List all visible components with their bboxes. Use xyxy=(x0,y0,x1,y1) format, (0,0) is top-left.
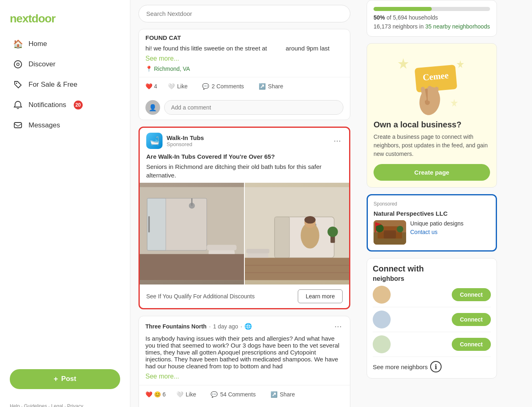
ad-headline: Are Walk-In Tubs Covered If You're Over … xyxy=(146,152,343,161)
found-cat-post: FOUND CAT hi! we found this little sweet… xyxy=(138,29,350,120)
heart-emoji: ❤️ xyxy=(145,83,152,90)
community-see-more[interactable]: See more... xyxy=(145,373,179,380)
svg-rect-7 xyxy=(147,198,166,250)
community-comment-area: 👤 xyxy=(139,405,350,407)
svg-point-45 xyxy=(397,226,403,232)
svg-rect-39 xyxy=(428,86,432,101)
sidebar-item-label-notifications: Notifications xyxy=(29,101,66,109)
sidebar-footer: Help · Guidelines · Legal · Privacy Abou… xyxy=(0,396,130,407)
sponsored-image xyxy=(374,220,406,245)
svg-rect-28 xyxy=(245,258,349,280)
add-comment-input[interactable] xyxy=(164,100,343,115)
svg-rect-13 xyxy=(140,254,244,280)
community-like-button[interactable]: 🤍 Like xyxy=(172,389,200,400)
connect-button-1[interactable]: Connect xyxy=(452,288,491,301)
footer-help-link[interactable]: Help xyxy=(10,403,20,407)
smile-emoji: 😊 xyxy=(154,391,161,398)
ad-info: Walk-In Tubs Sponsored xyxy=(167,134,204,147)
post-button-label: Post xyxy=(61,375,76,383)
ad-more-button[interactable]: ··· xyxy=(332,136,343,146)
sidebar-item-for-sale-free[interactable]: For Sale & Free xyxy=(3,75,127,94)
sponsored-content: Unique patio designs Contact us xyxy=(374,220,490,245)
neighbor-avatar-3 xyxy=(373,335,391,353)
globe-icon: 🌐 xyxy=(244,323,252,330)
comment-input-area: 👤 xyxy=(139,97,350,120)
ad-avatar: 🛁 xyxy=(146,133,163,149)
share-button[interactable]: ↗️ Share xyxy=(255,81,287,92)
sidebar-item-messages[interactable]: Messages xyxy=(3,116,127,135)
community-share-label: Share xyxy=(280,391,295,398)
sidebar: nextdoor 🏠 Home Discover xyxy=(0,0,130,407)
business-description: Create a business page to connect with n… xyxy=(374,133,490,158)
sponsored-sidebar-ad: Sponsored Natural Perspectives LLC xyxy=(367,194,497,252)
neighbor-avatar-1 xyxy=(373,286,391,304)
learn-more-button[interactable]: Learn more xyxy=(298,289,343,303)
svg-point-24 xyxy=(328,227,338,237)
home-icon: 🏠 xyxy=(13,39,23,49)
share-label: Share xyxy=(268,83,283,90)
community-post-text: Is anybody having issues with their pets… xyxy=(139,335,350,373)
comment-icon: 💬 xyxy=(202,83,209,90)
svg-marker-33 xyxy=(451,99,458,107)
walk-in-tubs-ad: 🛁 Walk-In Tubs Sponsored ··· Are Walk-In… xyxy=(138,127,350,309)
svg-rect-27 xyxy=(246,249,270,253)
connect-button-2[interactable]: Connect xyxy=(452,313,491,326)
connect-title: Connect with xyxy=(373,264,491,274)
post-button[interactable]: + Post xyxy=(10,369,120,389)
post-location: 📍 Richmond, VA xyxy=(139,64,350,75)
footer-guidelines-link[interactable]: Guidelines xyxy=(24,403,47,407)
ad-advertiser: 🛁 Walk-In Tubs Sponsored xyxy=(146,133,204,149)
connect-subtitle: neighbors xyxy=(373,275,491,282)
share-icon: ↗️ xyxy=(259,83,266,90)
post-more-button[interactable]: ··· xyxy=(333,321,343,332)
footer-legal-link[interactable]: Legal xyxy=(51,403,63,407)
svg-point-1 xyxy=(17,63,19,66)
business-card: Cemee Own a local business? Create a bus… xyxy=(367,43,497,188)
like-icon-2: 🤍 xyxy=(176,391,183,398)
svg-point-2 xyxy=(16,83,17,84)
post-meta: Three Fountains North · 1 day ago · 🌐 ··… xyxy=(139,316,350,335)
svg-point-22 xyxy=(304,216,315,223)
community-reactions: ❤️ 😊 6 xyxy=(145,391,166,398)
neighbor-progress-card: 50% of 5,694 households 16,173 neighbors… xyxy=(367,0,497,37)
community-post-actions: ❤️ 😊 6 🤍 Like 💬 54 Comments ↗️ Share xyxy=(139,385,350,405)
sidebar-item-notifications[interactable]: Notifications 20 xyxy=(3,95,127,115)
post-text-end: around 9pm last xyxy=(286,45,330,52)
sidebar-item-discover[interactable]: Discover xyxy=(3,55,127,74)
ad-footer: See If You Qualify For Additional Discou… xyxy=(140,284,349,308)
svg-marker-32 xyxy=(457,60,464,68)
svg-point-0 xyxy=(14,61,22,68)
like-button[interactable]: 🤍 Like xyxy=(164,81,192,92)
search-input[interactable] xyxy=(138,5,350,22)
see-more-neighbors[interactable]: See more neighbors ℹ xyxy=(373,357,491,372)
community-share-button[interactable]: ↗️ Share xyxy=(266,389,299,400)
svg-rect-3 xyxy=(14,123,22,128)
connect-button-3[interactable]: Connect xyxy=(452,338,491,351)
footer-privacy-link[interactable]: Privacy xyxy=(67,403,83,407)
sponsored-contact-link[interactable]: Contact us xyxy=(410,229,437,235)
sidebar-item-label-discover: Discover xyxy=(29,60,55,68)
post-plus-icon: + xyxy=(54,375,58,383)
discover-icon xyxy=(13,59,23,69)
for-sale-icon xyxy=(13,80,23,90)
meta-dot2: · xyxy=(241,323,242,330)
ad-sponsored-label: Sponsored xyxy=(167,141,204,147)
comments-button[interactable]: 💬 2 Comments xyxy=(198,81,248,92)
community-reaction-count: 6 xyxy=(163,391,166,398)
see-more-link[interactable]: See more... xyxy=(145,55,179,62)
location-pin-icon: 📍 xyxy=(145,66,152,72)
create-page-button[interactable]: Create page xyxy=(374,164,490,181)
connect-row-1: Connect xyxy=(373,282,491,307)
neighbors-count: 16,173 neighbors in 35 nearby neighborho… xyxy=(374,23,490,30)
app-name: nextdoor xyxy=(10,12,55,25)
heart-emoji-2: ❤️ xyxy=(145,391,152,398)
bell-icon xyxy=(13,100,23,110)
svg-rect-18 xyxy=(275,217,290,258)
community-comments-button[interactable]: 💬 54 Comments xyxy=(207,389,259,400)
ad-images xyxy=(140,183,349,284)
see-more-circle-icon: ℹ xyxy=(430,361,442,372)
location-city: Richmond, VA xyxy=(154,66,190,72)
neighborhoods-link[interactable]: 35 nearby neighborhoods xyxy=(425,23,490,30)
sidebar-item-home[interactable]: 🏠 Home xyxy=(3,34,127,54)
progress-text: 50% of 5,694 households xyxy=(374,14,490,21)
